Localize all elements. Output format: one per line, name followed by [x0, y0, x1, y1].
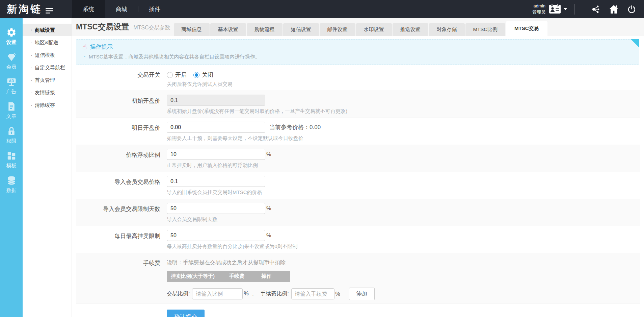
chevron-down-icon: [564, 8, 567, 10]
float-ratio-input[interactable]: [167, 149, 265, 160]
user-info: admin 管理员: [532, 3, 545, 15]
daily-limit-input[interactable]: [167, 230, 265, 241]
document-icon: [0, 101, 23, 112]
add-button[interactable]: 添加: [349, 288, 375, 300]
user-role: 管理员: [532, 9, 545, 15]
percent-suffix: %: [266, 151, 271, 157]
topbar-divider: [574, 4, 575, 15]
top-menu-item-plugin[interactable]: 插件: [138, 0, 171, 18]
field-label: 明日开盘价: [76, 122, 160, 142]
network-share-icon[interactable]: [591, 5, 600, 14]
tab-8[interactable]: MTSC比例: [465, 23, 506, 36]
tab-2[interactable]: 购物流程: [247, 23, 283, 36]
field-label: 导入会员交易价格: [76, 176, 160, 196]
radio-open[interactable]: [167, 72, 173, 78]
diamond-icon: [0, 52, 23, 63]
tab-bar: 商城信息基本设置购物流程短信设置邮件设置水印设置推送设置对象存储MTSC比例MT…: [174, 21, 548, 36]
subsidebar-item-custom-nav[interactable]: 自定义导航栏: [23, 61, 72, 74]
notice-text: MTSC基本设置，商城及其他模块相关内容在其各自栏目设置项内进行操作。: [82, 54, 633, 60]
field-help: 关闭后将仅允许测试人员交易: [167, 81, 640, 88]
field-help: 导入的旧系统会员挂卖交易时MTSC的价格: [167, 189, 640, 196]
hand-pointer-icon: ☝: [82, 43, 87, 51]
subsidebar-item-friend-links[interactable]: 友情链接: [23, 86, 72, 99]
trade-switch-group: 开启 关闭: [167, 69, 640, 79]
tab-1[interactable]: 基本设置: [210, 23, 246, 36]
field-label: 初始开盘价: [76, 95, 160, 115]
subsidebar-item-sms-template[interactable]: 短信模板: [23, 49, 72, 61]
subsidebar-item-mall-settings[interactable]: 商城设置: [23, 24, 72, 36]
svg-text:AD: AD: [9, 79, 14, 83]
import-price-input[interactable]: [167, 176, 265, 187]
corner-fold-icon: [631, 39, 639, 48]
reference-price-note: 当前参考价格：0.00: [269, 123, 321, 131]
tab-4[interactable]: 邮件设置: [320, 23, 355, 36]
sidebar-item-ad[interactable]: AD广告: [0, 74, 23, 98]
settings-content: ☝ 操作提示 MTSC基本设置，商城及其他模块相关内容在其各自栏目设置项内进行操…: [72, 36, 644, 317]
field-label: 价格浮动比例: [76, 149, 160, 169]
fee-table-header: 挂卖比例(大于等于) 手续费 操作: [167, 271, 290, 282]
radio-closed[interactable]: [193, 72, 199, 78]
radio-closed-label: 关闭: [202, 71, 213, 79]
topbar: 新淘链 系统商城插件 admin 管理员: [0, 0, 644, 18]
sidebar-item-data[interactable]: 数据: [0, 172, 23, 197]
row-fee: 手续费 说明：手续费是在交易成功之后才从提现币中扣除 挂卖比例(大于等于) 手续…: [76, 253, 640, 303]
radio-open-label: 开启: [175, 71, 187, 79]
tab-0[interactable]: 商城信息: [174, 23, 210, 36]
submit-button[interactable]: 确认提交: [167, 310, 205, 317]
notice-box: ☝ 操作提示 MTSC基本设置，商城及其他模块相关内容在其各自栏目设置项内进行操…: [76, 39, 639, 65]
sidebar-item-template[interactable]: 模板: [0, 148, 23, 172]
top-menu: 系统商城插件: [72, 0, 171, 18]
subsidebar-item-homepage[interactable]: 首页管理: [23, 74, 72, 86]
tab-5[interactable]: 水印设置: [356, 23, 392, 36]
tab-6[interactable]: 推送设置: [393, 23, 428, 36]
fee-col-fee: 手续费: [229, 273, 261, 279]
percent-suffix: %: [266, 205, 271, 212]
top-menu-item-system[interactable]: 系统: [72, 0, 105, 18]
sidebar-item-settings[interactable]: 设置: [0, 24, 23, 49]
tab-7[interactable]: 对象存储: [429, 23, 465, 36]
submit-row: 确认提交: [76, 303, 640, 317]
trade-ratio-input[interactable]: [192, 288, 243, 299]
subsidebar-item-clear-cache[interactable]: 清除缓存: [23, 99, 72, 111]
notice-title: 操作提示: [90, 43, 113, 51]
import-days-input[interactable]: [167, 203, 265, 214]
sidebar-item-permission[interactable]: 权限: [0, 123, 23, 148]
tab-3[interactable]: 短信设置: [283, 23, 319, 36]
field-label: 手续费: [76, 257, 160, 300]
fee-ratio-input[interactable]: [291, 288, 334, 299]
sidebar-item-article[interactable]: 文章: [0, 98, 23, 123]
subsidebar-item-region-shipping[interactable]: 地区&配送: [23, 36, 72, 49]
id-card-icon: [549, 3, 561, 15]
field-help: 导入会员交易限制天数: [167, 216, 640, 223]
database-icon: [0, 175, 23, 186]
row-import-price: 导入会员交易价格 导入的旧系统会员挂卖交易时MTSC的价格: [76, 172, 640, 199]
icon-sidebar: 设置会员AD广告文章权限模板数据: [0, 18, 23, 317]
main-panel: MTSC交易设置 MTSC交易参数 商城信息基本设置购物流程短信设置邮件设置水印…: [72, 18, 644, 317]
tab-9[interactable]: MTSC交易: [506, 21, 547, 36]
menu-collapse-icon[interactable]: [46, 8, 53, 15]
grid-icon: [0, 151, 23, 162]
power-icon[interactable]: [627, 5, 636, 14]
page-title: MTSC交易设置: [76, 22, 129, 32]
sidebar-item-member[interactable]: 会员: [0, 49, 23, 74]
field-help: 如需要人工干预，则需要每天设定，不设定默认取今日收盘价: [167, 135, 640, 142]
home-icon[interactable]: [609, 5, 619, 14]
fee-col-ratio: 挂卖比例(大于等于): [167, 273, 229, 279]
row-float-ratio: 价格浮动比例 % 正常挂卖时，用户输入价格的可浮动比例: [76, 145, 640, 172]
ad-icon: AD: [0, 77, 23, 88]
top-menu-item-mall[interactable]: 商城: [105, 0, 138, 18]
row-initial-price: 初始开盘价 系统初始开盘价(系统没有任何一笔交易时取的价格，一旦产生交易就不可再…: [76, 91, 640, 118]
trade-ratio-label: 交易比例:: [167, 290, 190, 297]
row-tomorrow-price: 明日开盘价 当前参考价格：0.00 如需要人工干预，则需要每天设定，不设定默认取…: [76, 118, 640, 145]
row-import-days: 导入会员交易限制天数 % 导入会员交易限制天数: [76, 199, 640, 226]
fee-input-row: 交易比例: % ， 手续费比例: % 添加: [167, 288, 640, 300]
tomorrow-price-input[interactable]: [167, 122, 265, 133]
topbar-right: admin 管理员: [532, 0, 644, 18]
gear-icon: [0, 27, 23, 38]
lock-icon: [0, 126, 23, 137]
user-name: admin: [532, 3, 545, 9]
initial-price-input: [167, 95, 265, 106]
field-help: 系统初始开盘价(系统没有任何一笔交易时取的价格，一旦产生交易就不可再更改): [167, 108, 640, 115]
user-menu[interactable]: admin 管理员: [532, 3, 567, 15]
field-label: 交易开关: [76, 69, 160, 88]
